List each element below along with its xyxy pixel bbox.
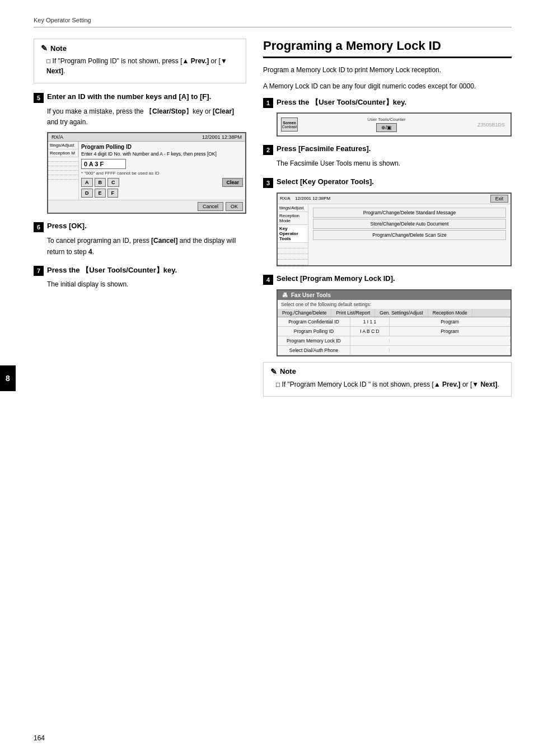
screen-title: Program Polling ID <box>81 144 243 150</box>
step-7-body: The initial display is shown. <box>34 279 246 290</box>
btn-A[interactable]: A <box>81 178 93 187</box>
fax-tools-subtitle: Select one of the following default sett… <box>278 300 510 309</box>
screen-subtitle: Enter 4 digit ID No. with Number and A -… <box>81 151 243 157</box>
key-op-row1 <box>278 243 308 248</box>
key-op-menu: Program/Change/Delete Standard Message S… <box>308 204 510 265</box>
btn-cancel[interactable]: Cancel <box>198 202 223 211</box>
screen-input-area: 0 A 3 F <box>81 159 243 169</box>
screen-header-left: RX/A <box>51 134 63 140</box>
btn-clear[interactable]: Clear <box>222 178 243 187</box>
btn-E[interactable]: E <box>95 189 106 198</box>
left-note-item-1: If "Program Polling ID" is not shown, pr… <box>41 56 239 76</box>
fax-tab-2[interactable]: Print List/Report <box>331 309 375 317</box>
key-op-header: RX/A 12/2001 12:38PM Exit <box>278 194 510 204</box>
screen-left-panel: ttings/Adjust Reception M <box>48 142 79 200</box>
right-step-4-num: 4 <box>263 275 273 285</box>
right-step-3-header: 3 Select [Key Operator Tools]. <box>263 177 512 188</box>
fax-row-2: Program Polling ID I A B C D Program <box>278 327 510 336</box>
fax-tab-4[interactable]: Reception Mode <box>428 309 472 317</box>
two-col-layout: Note If "Program Polling ID" is not show… <box>34 39 512 406</box>
right-step-1-header: 1 Press the 【User Tools/Counter】key. <box>263 97 512 108</box>
btn-D[interactable]: D <box>81 189 93 198</box>
left-note-title: Note <box>41 44 239 53</box>
step-5-heading: Enter an ID with the number keys and [A]… <box>47 92 211 101</box>
ut-counter-key[interactable]: ⊕/▣ <box>376 123 397 132</box>
fax-tab-3[interactable]: Gen. Settings/Adjust <box>375 309 428 317</box>
btn-F[interactable]: F <box>107 189 119 198</box>
key-op-row2 <box>278 248 308 254</box>
section-intro-1: Program a Memory Lock ID to print Memory… <box>263 65 512 76</box>
right-note-heading: Note <box>280 367 296 375</box>
screen-header-right: 12/2001 12:38PM <box>202 134 242 140</box>
ut-screen-icon: Screen Contrast <box>281 118 298 132</box>
key-op-exit-btn[interactable]: Exit <box>490 195 508 203</box>
screen-btn-row1: A B C Clear <box>81 178 243 187</box>
step-7-num: 7 <box>34 266 44 276</box>
key-op-spacer1 <box>311 241 508 247</box>
fax-row-3-action <box>390 339 510 342</box>
fax-tab-1[interactable]: Prog./Change/Delete <box>278 309 331 317</box>
step-5-header: 5 Enter an ID with the number keys and [… <box>34 92 246 103</box>
step-6-body: To cancel programing an ID, press [Cance… <box>34 236 246 257</box>
screen-warning: * "000" and FFFF cannot be used as ID <box>81 171 243 176</box>
fax-row-4-action <box>390 349 510 352</box>
fax-row-3: Program Memory Lock ID <box>278 336 510 346</box>
right-step-2-body: The Facsimile User Tools menu is shown. <box>263 158 512 169</box>
right-step-2-num: 2 <box>263 145 273 155</box>
key-op-tab3-active: Key Operator Tools <box>278 225 308 243</box>
right-column: Programing a Memory Lock ID Program a Me… <box>263 39 512 406</box>
fax-row-4-label: Select Dial/Auth Phone <box>278 346 350 355</box>
ut-counter-label: User Tools/Counter <box>367 117 405 122</box>
screen-row5 <box>48 175 78 180</box>
breadcrumb: Key Operator Setting <box>34 17 512 27</box>
mock-id: Z3505B1DS <box>475 121 507 129</box>
ut-left-area: Screen Contrast <box>281 118 298 132</box>
fax-row-3-label[interactable]: Program Memory Lock ID <box>278 336 350 345</box>
page-number: 164 <box>34 734 45 742</box>
screen-btn-row2: D E F <box>81 189 243 198</box>
user-tools-screen: Screen Contrast User Tools/Counter ⊕/▣ Z… <box>277 112 512 137</box>
ut-right-area: User Tools/Counter ⊕/▣ <box>367 117 405 132</box>
step-6-num: 6 <box>34 222 44 232</box>
left-column: Note If "Program Polling ID" is not show… <box>34 39 246 406</box>
right-step-4-heading: Select [Program Memory Lock ID]. <box>277 274 395 283</box>
btn-C[interactable]: C <box>107 178 119 187</box>
right-step-1-heading: Press the 【User Tools/Counter】key. <box>277 97 406 107</box>
btn-B[interactable]: B <box>95 178 106 187</box>
menu-item-scan-size[interactable]: Program/Change/Delete Scan Size <box>313 230 506 240</box>
page-container: 8 Key Operator Setting Note If "Program … <box>0 0 534 756</box>
screen-main-content: Program Polling ID Enter 4 digit ID No. … <box>79 142 245 200</box>
menu-item-standard-msg[interactable]: Program/Change/Delete Standard Message <box>313 208 506 218</box>
right-step-1-num: 1 <box>263 98 273 108</box>
fax-tools-tabs: Prog./Change/Delete Print List/Report Ge… <box>278 309 510 317</box>
key-op-left-panel: ttings/Adjust Reception Mode Key Operato… <box>278 204 308 265</box>
section-intro-2: A Memory Lock ID can be any four digit n… <box>263 81 512 92</box>
right-note-item-1: If "Program Memory Lock ID " is not show… <box>270 379 504 389</box>
screen-tab2: Reception M <box>48 149 78 157</box>
fax-tools-header: 🖷 Fax User Tools <box>278 290 510 300</box>
screen-tab1: ttings/Adjust <box>48 142 78 149</box>
left-note-heading: Note <box>50 44 67 53</box>
fax-row-1-value: 1 I 1 1 <box>350 317 390 326</box>
step-6-header: 6 Press [OK]. <box>34 222 246 232</box>
screen-row4 <box>48 171 78 175</box>
fax-header-icon: 🖷 <box>282 292 288 298</box>
key-op-screen: RX/A 12/2001 12:38PM Exit ttings/Adjust … <box>277 192 512 266</box>
btn-ok[interactable]: OK <box>226 202 243 211</box>
fax-row-1: Program Confidential ID 1 I 1 1 Program <box>278 317 510 327</box>
key-op-body: ttings/Adjust Reception Mode Key Operato… <box>278 204 510 265</box>
right-step-4-header: 4 Select [Program Memory Lock ID]. <box>263 274 512 285</box>
fax-row-4-value <box>350 349 390 352</box>
fax-header-title: Fax User Tools <box>291 292 331 298</box>
right-step-2: 2 Press [Facsimile Features]. The Facsim… <box>263 144 512 169</box>
key-op-tab1: ttings/Adjust <box>278 204 308 212</box>
right-step-3: 3 Select [Key Operator Tools]. RX/A 12/2… <box>263 177 512 266</box>
step-7-header: 7 Press the 【User Tools/Counter】key. <box>34 265 246 276</box>
fax-row-3-value <box>350 339 390 342</box>
right-step4-note-title: Note <box>270 367 504 376</box>
menu-item-auto-doc[interactable]: Store/Change/Delete Auto Document <box>313 219 506 229</box>
fax-row-2-action[interactable]: Program <box>390 327 510 336</box>
section-title: Programing a Memory Lock ID <box>263 39 512 58</box>
fax-row-1-action[interactable]: Program <box>390 317 510 326</box>
page-tab: 8 <box>0 365 16 391</box>
